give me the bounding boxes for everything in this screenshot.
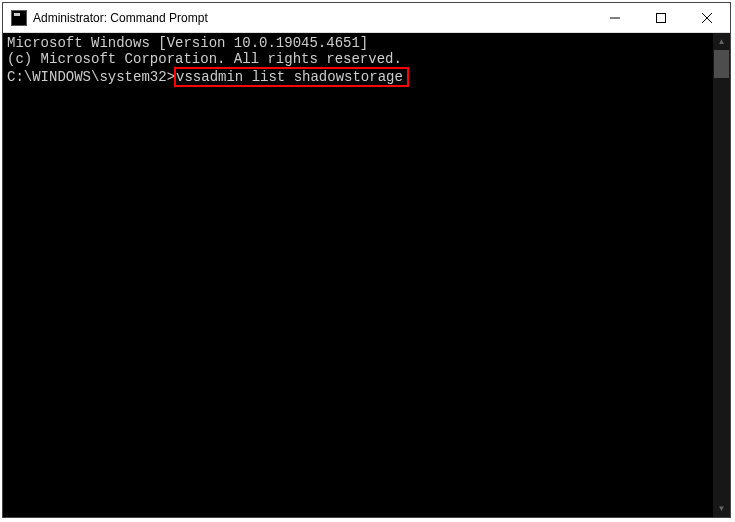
scroll-thumb[interactable] — [714, 50, 729, 78]
console-area[interactable]: Microsoft Windows [Version 10.0.19045.46… — [3, 33, 730, 517]
scroll-down-arrow-icon[interactable]: ▼ — [713, 500, 730, 517]
console-output[interactable]: Microsoft Windows [Version 10.0.19045.46… — [3, 33, 713, 517]
cmd-icon — [11, 10, 27, 26]
window-title: Administrator: Command Prompt — [33, 11, 592, 25]
prompt-text: C:\WINDOWS\system32> — [7, 69, 175, 85]
command-prompt-window: Administrator: Command Prompt Microsoft … — [2, 2, 731, 518]
vertical-scrollbar[interactable]: ▲ ▼ — [713, 33, 730, 517]
close-button[interactable] — [684, 3, 730, 32]
output-line: (c) Microsoft Corporation. All rights re… — [7, 51, 709, 67]
maximize-icon — [656, 13, 666, 23]
command-text: vssadmin list shadowstorage — [176, 69, 403, 85]
prompt-line: C:\WINDOWS\system32>vssadmin list shadow… — [7, 67, 709, 87]
titlebar[interactable]: Administrator: Command Prompt — [3, 3, 730, 33]
close-icon — [702, 13, 712, 23]
scroll-up-arrow-icon[interactable]: ▲ — [713, 33, 730, 50]
minimize-button[interactable] — [592, 3, 638, 32]
output-line: Microsoft Windows [Version 10.0.19045.46… — [7, 35, 709, 51]
svg-rect-1 — [657, 13, 666, 22]
command-highlight: vssadmin list shadowstorage — [174, 67, 409, 87]
maximize-button[interactable] — [638, 3, 684, 32]
minimize-icon — [610, 13, 620, 23]
window-controls — [592, 3, 730, 32]
